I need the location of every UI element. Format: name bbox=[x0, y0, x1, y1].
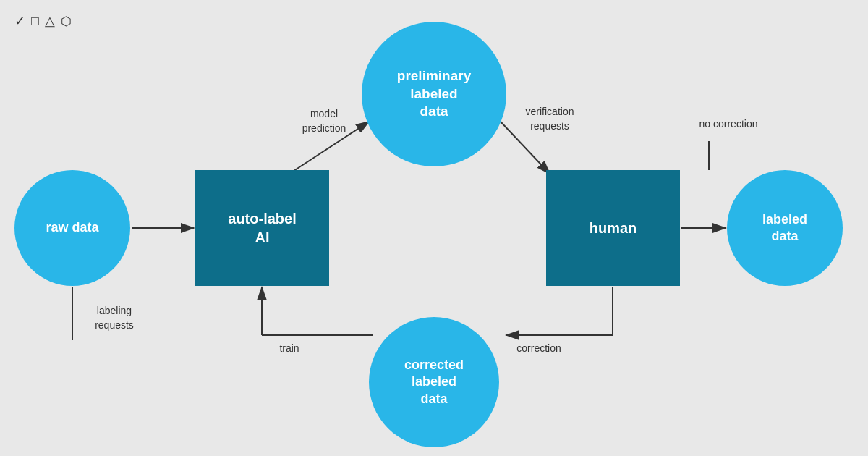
preliminary-labeled-data-node: preliminarylabeleddata bbox=[362, 22, 506, 166]
raw-data-label: raw data bbox=[46, 219, 98, 236]
auto-label-ai-label: auto-labelAI bbox=[228, 209, 296, 247]
train-label: train bbox=[268, 342, 311, 356]
no-correction-label: no correction bbox=[681, 117, 775, 132]
diagram-container: ✓ □ △ ⬡ bbox=[0, 0, 868, 456]
raw-data-node: raw data bbox=[14, 170, 130, 286]
triangle-icon: △ bbox=[45, 13, 55, 29]
corrected-labeled-data-label: correctedlabeleddata bbox=[404, 357, 464, 408]
corrected-labeled-data-node: correctedlabeleddata bbox=[369, 317, 499, 447]
labeled-data-label: labeleddata bbox=[762, 211, 807, 245]
icons-row: ✓ □ △ ⬡ bbox=[14, 13, 72, 29]
checkmark-icon: ✓ bbox=[14, 13, 25, 29]
model-prediction-label: modelprediction bbox=[288, 107, 360, 135]
human-label: human bbox=[590, 219, 637, 237]
preliminary-labeled-data-label: preliminarylabeleddata bbox=[397, 67, 471, 121]
square-icon: □ bbox=[31, 14, 39, 29]
correction-label: correction bbox=[506, 342, 571, 356]
hexagon-icon: ⬡ bbox=[61, 14, 72, 29]
verification-requests-label: verificationrequests bbox=[506, 105, 593, 133]
labeling-requests-label: labelingrequests bbox=[78, 304, 150, 332]
human-node: human bbox=[546, 170, 680, 286]
auto-label-ai-node: auto-labelAI bbox=[195, 170, 329, 286]
labeled-data-node: labeleddata bbox=[727, 170, 843, 286]
